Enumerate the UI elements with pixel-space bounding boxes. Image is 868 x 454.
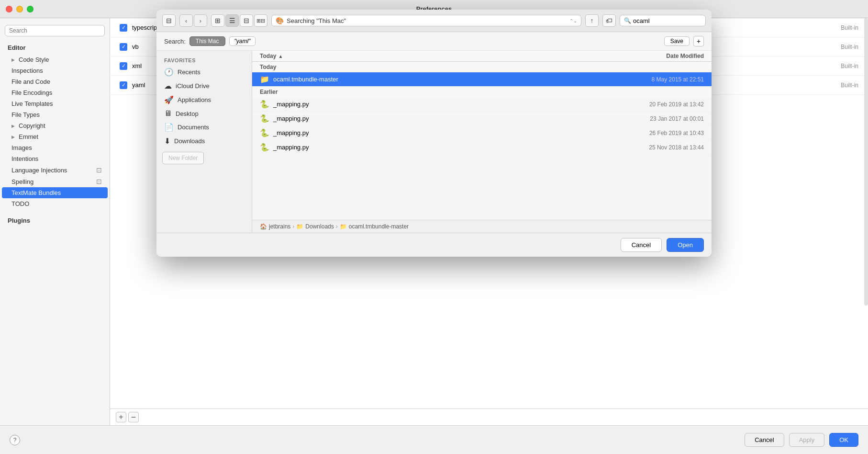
file-list-header: Today ▲ Date Modified	[252, 51, 712, 62]
file-row-ocaml[interactable]: 📁 ocaml.tmbundle-master 8 May 2015 at 22…	[252, 72, 712, 87]
icloud-icon: ☁	[164, 81, 172, 91]
file-sidebar-section-favorites: Favorites	[156, 56, 252, 65]
sidebar-item-applications[interactable]: 🚀 Applications	[156, 93, 252, 107]
downloads-icon: ⬇	[164, 136, 170, 146]
col-name-header: Today ▲	[260, 53, 608, 59]
back-button[interactable]: ‹	[179, 14, 193, 27]
file-icon-2: 🐍	[260, 128, 269, 137]
path-sep-2: ›	[336, 223, 338, 230]
sidebar-item-desktop[interactable]: 🖥 Desktop	[156, 107, 252, 120]
forward-icon: ›	[200, 17, 201, 24]
column-view-button[interactable]: ⊟	[240, 14, 253, 27]
file-dialog: ⊟ ‹ › ⊞ ☰ ⊟ ⊞⊟ 🎨	[156, 10, 712, 257]
scope-this-mac-button[interactable]: This Mac	[189, 36, 225, 46]
path-bar: 🏠 jetbrains › 📁 Downloads › 📁 ocaml.tmbu…	[252, 220, 712, 233]
file-row-mapping-1[interactable]: 🐍 _mapping.py 23 Jan 2017 at 00:01	[252, 112, 712, 126]
main-window: Preferences Editor Code Style Inspection…	[0, 0, 868, 454]
dialog-open-button[interactable]: Open	[667, 238, 704, 252]
group-earlier: Earlier	[252, 87, 712, 97]
sidebar-toggle-button[interactable]: ⊟	[162, 14, 176, 27]
back-icon: ‹	[185, 17, 187, 24]
file-dialog-body: Favorites 🕐 Recents ☁ iCloud Drive 🚀 App…	[156, 51, 712, 233]
path-home-icon: 🏠	[260, 223, 267, 230]
file-list: Today 📁 ocaml.tmbundle-master 8 May 2015…	[252, 62, 712, 220]
scope-save-button[interactable]: Save	[664, 36, 690, 46]
sidebar-label-documents: Documents	[178, 124, 209, 131]
path-ocaml-icon: 📁	[340, 223, 347, 230]
sidebar-item-recents[interactable]: 🕐 Recents	[156, 65, 252, 79]
file-row-mapping-2[interactable]: 🐍 _mapping.py 26 Feb 2019 at 10:43	[252, 126, 712, 140]
sidebar-label-applications: Applications	[178, 96, 211, 103]
documents-icon: 📄	[164, 123, 174, 132]
sidebar-label-icloud: iCloud Drive	[176, 82, 210, 90]
file-date-ocaml: 8 May 2015 at 22:51	[608, 76, 704, 83]
file-dialog-overlay: ⊟ ‹ › ⊞ ☰ ⊟ ⊞⊟ 🎨	[0, 0, 868, 454]
file-icon-3: 🐍	[260, 143, 269, 152]
file-icon-1: 🐍	[260, 114, 269, 123]
file-dialog-footer: Cancel Open	[156, 233, 712, 257]
sidebar-item-documents[interactable]: 📄 Documents	[156, 120, 252, 134]
file-row-mapping-0[interactable]: 🐍 _mapping.py 20 Feb 2019 at 13:42	[252, 97, 712, 112]
file-date-2: 26 Feb 2019 at 10:43	[608, 130, 704, 136]
desktop-icon: 🖥	[164, 109, 172, 118]
group-today: Today	[252, 62, 712, 72]
sort-arrow-icon: ▲	[278, 54, 283, 59]
file-icon-0: 🐍	[260, 100, 269, 109]
share-button[interactable]: ↑	[585, 14, 599, 27]
list-view-button[interactable]: ☰	[225, 14, 239, 27]
file-name-ocaml: ocaml.tmbundle-master	[273, 76, 608, 83]
search-scope-bar: Search: This Mac "yaml" Save +	[156, 32, 712, 51]
path-jetbrains: jetbrains	[269, 223, 290, 230]
path-downloads: Downloads	[305, 223, 334, 230]
applications-icon: 🚀	[164, 95, 174, 104]
file-row-mapping-3[interactable]: 🐍 _mapping.py 25 Nov 2018 at 13:44	[252, 140, 712, 155]
file-name-2: _mapping.py	[273, 129, 608, 136]
sidebar-label-desktop: Desktop	[176, 110, 199, 117]
file-name-0: _mapping.py	[273, 101, 608, 108]
search-bar: 🔍 ✕	[620, 15, 706, 26]
col-name-label: Today	[260, 53, 276, 59]
file-dialog-toolbar: ⊟ ‹ › ⊞ ☰ ⊟ ⊞⊟ 🎨	[156, 10, 712, 32]
tag-button[interactable]: 🏷	[602, 14, 616, 27]
path-sep-1: ›	[292, 223, 294, 230]
file-name-3: _mapping.py	[273, 144, 608, 151]
sidebar-item-downloads[interactable]: ⬇ Downloads	[156, 134, 252, 148]
icon-view-button[interactable]: ⊞	[211, 14, 224, 27]
search-scope-label: Search:	[164, 38, 186, 45]
sidebar-label-recents: Recents	[178, 68, 200, 76]
file-list-area: Today ▲ Date Modified Today 📁 ocaml.tmbu…	[252, 51, 712, 233]
sidebar-label-downloads: Downloads	[174, 137, 205, 145]
scope-plus-button[interactable]: +	[693, 36, 704, 46]
location-icon: 🎨	[276, 17, 284, 24]
gallery-view-button[interactable]: ⊞⊟	[254, 14, 267, 27]
file-sidebar: Favorites 🕐 Recents ☁ iCloud Drive 🚀 App…	[156, 51, 252, 233]
sidebar-toggle-icon: ⊟	[166, 17, 172, 24]
dialog-cancel-button[interactable]: Cancel	[621, 238, 662, 252]
file-date-3: 25 Nov 2018 at 13:44	[608, 144, 704, 151]
new-folder-button[interactable]: New Folder	[162, 152, 204, 164]
search-input[interactable]	[633, 17, 712, 24]
nav-buttons: ‹ ›	[179, 14, 207, 27]
view-buttons: ⊞ ☰ ⊟ ⊞⊟	[211, 14, 267, 27]
file-date-0: 20 Feb 2019 at 13:42	[608, 101, 704, 108]
file-name-1: _mapping.py	[273, 115, 608, 122]
location-text: Searching "This Mac"	[287, 17, 567, 24]
path-ocaml: ocaml.tmbundle-master	[349, 223, 409, 230]
sidebar-item-icloud[interactable]: ☁ iCloud Drive	[156, 79, 252, 93]
search-icon: 🔍	[624, 17, 631, 24]
forward-button[interactable]: ›	[194, 14, 207, 27]
col-date-header: Date Modified	[608, 53, 704, 59]
path-downloads-icon: 📁	[296, 223, 303, 230]
location-chevron-icon: ⌃⌄	[569, 18, 577, 23]
location-bar[interactable]: 🎨 Searching "This Mac" ⌃⌄	[271, 15, 581, 26]
recents-icon: 🕐	[164, 68, 174, 77]
scope-yaml-button[interactable]: "yaml"	[229, 36, 256, 46]
folder-icon: 📁	[260, 75, 269, 84]
file-date-1: 23 Jan 2017 at 00:01	[608, 115, 704, 122]
